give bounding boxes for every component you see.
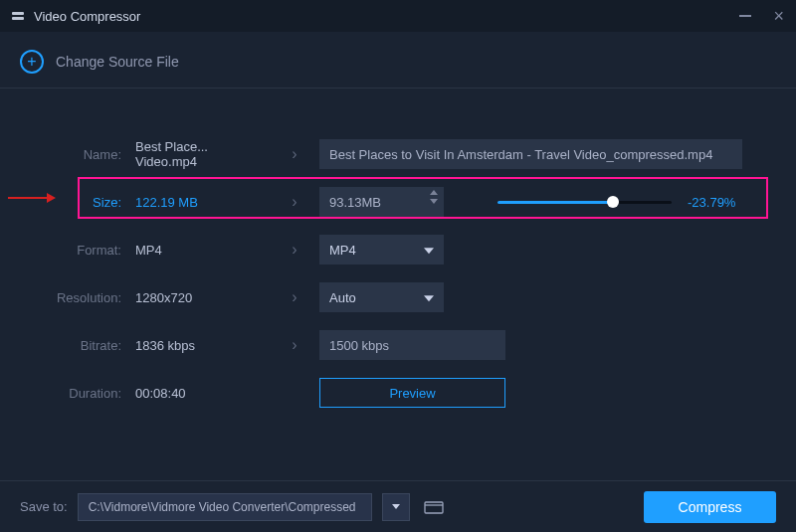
compress-button[interactable]: Compress [644, 491, 776, 523]
open-folder-button[interactable] [420, 497, 448, 517]
size-source-value: 122.19 MB [135, 195, 270, 210]
annotation-arrow-icon [8, 194, 56, 202]
size-target-input[interactable] [319, 187, 444, 217]
titlebar: Video Compressor × [0, 0, 796, 32]
titlebar-left: Video Compressor [12, 9, 140, 24]
row-name: Name: Best Place... Video.mp4 › [30, 132, 766, 176]
change-source-row[interactable]: + Change Source File [0, 32, 796, 89]
format-source-value: MP4 [135, 243, 270, 258]
chevron-right-icon: › [284, 145, 305, 163]
resolution-selected[interactable]: Auto [319, 282, 444, 312]
close-button[interactable]: × [773, 7, 784, 25]
resolution-label: Resolution: [30, 290, 121, 305]
minimize-button[interactable] [739, 15, 751, 17]
duration-label: Duration: [30, 386, 121, 401]
row-resolution: Resolution: 1280x720 › Auto [30, 275, 766, 319]
format-select[interactable]: MP4 [319, 235, 444, 265]
format-label: Format: [30, 243, 121, 258]
saveto-dropdown-button[interactable] [382, 493, 410, 521]
chevron-down-icon [392, 504, 400, 509]
plus-circle-icon: + [20, 50, 44, 74]
name-label: Name: [30, 147, 121, 162]
window-controls: × [739, 7, 784, 25]
row-format: Format: MP4 › MP4 [30, 228, 766, 271]
duration-value: 00:08:40 [135, 386, 270, 401]
chevron-right-icon: › [284, 336, 305, 354]
size-slider[interactable] [498, 201, 672, 204]
saveto-path[interactable]: C:\Vidmore\Vidmore Video Converter\Compr… [78, 493, 372, 521]
bitrate-source-value: 1836 kbps [135, 338, 270, 353]
chevron-right-icon: › [284, 241, 305, 259]
stepper-arrows [430, 190, 438, 204]
saveto-label: Save to: [20, 499, 68, 514]
bitrate-label: Bitrate: [30, 338, 121, 353]
row-duration: Duration: 00:08:40 › Preview [30, 371, 766, 415]
change-source-label: Change Source File [56, 54, 179, 70]
svg-rect-0 [425, 502, 443, 513]
bitrate-target-input[interactable] [319, 330, 505, 360]
size-percent: -23.79% [688, 195, 735, 210]
window-title: Video Compressor [34, 9, 140, 24]
slider-thumb[interactable] [607, 196, 619, 208]
resolution-source-value: 1280x720 [135, 290, 270, 305]
chevron-right-icon: › [284, 288, 305, 306]
footer: Save to: C:\Vidmore\Vidmore Video Conver… [0, 480, 796, 532]
resolution-select[interactable]: Auto [319, 282, 444, 312]
row-bitrate: Bitrate: 1836 kbps › [30, 323, 766, 367]
row-size: Size: 122.19 MB › -23.79% [30, 180, 766, 224]
content-area: Name: Best Place... Video.mp4 › Size: 12… [0, 89, 796, 415]
preview-button[interactable]: Preview [319, 378, 505, 408]
slider-fill [498, 201, 613, 204]
name-output-input[interactable] [319, 139, 742, 169]
stepper-down-icon[interactable] [430, 199, 438, 204]
name-source-value: Best Place... Video.mp4 [135, 139, 270, 169]
chevron-right-icon: › [284, 193, 305, 211]
format-selected[interactable]: MP4 [319, 235, 444, 265]
folder-icon [424, 500, 444, 514]
app-icon [12, 9, 26, 23]
size-slider-zone: -23.79% [498, 195, 735, 210]
stepper-up-icon[interactable] [430, 190, 438, 195]
size-stepper[interactable] [319, 187, 444, 217]
